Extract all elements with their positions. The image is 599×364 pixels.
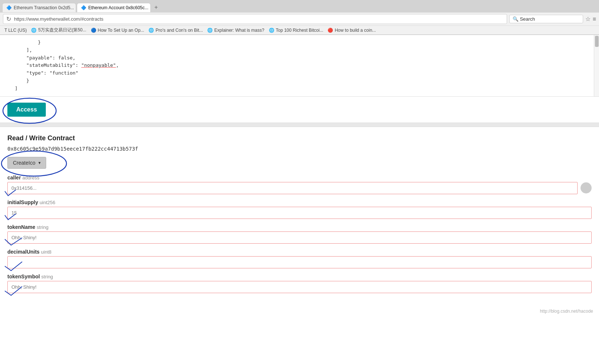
scrollbar-thumb: [595, 36, 599, 47]
tokenSymbol-input[interactable]: [7, 281, 592, 293]
browser-chrome: 🔷 Ethereum Transaction 0x2d5... ✕ 🔷 Ethe…: [0, 0, 599, 35]
contract-address: 0x8c605c9e59a7d9b15eece17fb222cc44713b57…: [7, 146, 592, 152]
copy-button-caller[interactable]: [581, 182, 592, 193]
code-line-2: ],: [15, 47, 592, 54]
code-line-4: "stateMutability": "nonpayable",: [15, 62, 592, 69]
address-bar-row: ↻ https://www.myetherwallet.com/#contrac…: [0, 13, 599, 25]
field-type-decimalUnits: uint8: [41, 249, 51, 255]
field-label-decimalUnits: decimalUnits uint8: [7, 249, 592, 255]
bookmark-icon-how-to-set-up: 🔵: [91, 28, 96, 33]
section-title: Read / Write Contract: [7, 134, 592, 142]
tab-ethereum-transaction[interactable]: 🔷 Ethereum Transaction 0x2d5... ✕: [2, 3, 76, 12]
bookmark-explainer[interactable]: 🌐 Explainer: What is mass?: [207, 28, 264, 33]
caller-input[interactable]: [7, 182, 578, 194]
bookmark-icon-explainer: 🌐: [207, 28, 213, 33]
new-tab-button[interactable]: +: [151, 2, 161, 13]
field-type-tokenSymbol: string: [41, 274, 53, 279]
refresh-button[interactable]: ↻: [6, 16, 11, 23]
code-line-1: }: [15, 39, 592, 47]
access-area: Access: [0, 97, 599, 123]
field-name-tokenSymbol: tokenSymbol: [7, 274, 40, 279]
tab-favicon-2: 🔷: [81, 5, 86, 10]
tab-bar: 🔷 Ethereum Transaction 0x2d5... ✕ 🔷 Ethe…: [0, 0, 599, 13]
field-name-tokenName: tokenName: [7, 224, 35, 230]
field-group-tokenSymbol: tokenSymbol string: [7, 274, 592, 293]
field-type-caller: address: [22, 175, 39, 181]
bookmark-label-t-llc: T LLC (US): [4, 28, 27, 33]
dropdown-arrow-icon: ▾: [38, 160, 41, 165]
tab-ethereum-account[interactable]: 🔷 Ethereum Account 0x8c605c... ✕: [77, 3, 151, 12]
page-content: } ], "payable": false, "stateMutability"…: [0, 35, 599, 330]
function-selector[interactable]: CreateIco ▾: [7, 157, 46, 169]
bookmark-label-explainer: Explainer: What is mass?: [214, 28, 264, 33]
bookmarks-bar: T LLC (US) 🌐 5万实盘交易日记(第50... 🔵 How To Se…: [0, 25, 599, 34]
bookmark-pros-cons[interactable]: 🌐 Pro's and Con's on Bit...: [148, 28, 203, 33]
field-group-decimalUnits: decimalUnits uint8: [7, 249, 592, 268]
field-group-initialSupply: initialSupply uint256: [7, 199, 592, 219]
search-bar[interactable]: 🔍 Search: [509, 15, 583, 23]
bookmark-label-5wan: 5万实盘交易日记(第50...: [38, 27, 86, 33]
field-label-tokenSymbol: tokenSymbol string: [7, 274, 592, 279]
tokenName-input[interactable]: [7, 231, 592, 244]
search-icon: 🔍: [513, 16, 518, 22]
bookmark-top-100[interactable]: 🌐 Top 100 Richest Bitcoi...: [269, 28, 324, 33]
bookmark-t-llc[interactable]: T LLC (US): [3, 28, 27, 33]
field-name-caller: caller: [7, 175, 21, 181]
field-label-initialSupply: initialSupply uint256: [7, 199, 592, 205]
bookmark-icon-how-to-build: 🔴: [328, 28, 333, 33]
function-selector-label: CreateIco: [13, 160, 35, 166]
field-type-initialSupply: uint256: [40, 200, 55, 205]
tab-close-2[interactable]: ✕: [150, 5, 151, 10]
field-type-tokenName: string: [37, 224, 48, 230]
browser-menu-button[interactable]: ≡: [593, 16, 596, 23]
field-name-initialSupply: initialSupply: [7, 199, 38, 205]
section-divider: [0, 123, 599, 127]
bookmark-how-to-build[interactable]: 🔴 How to build a coin...: [328, 28, 376, 33]
tab-favicon-1: 🔷: [6, 5, 12, 10]
field-label-tokenName: tokenName string: [7, 224, 592, 230]
search-placeholder: Search: [520, 16, 535, 22]
bookmark-label-pros-cons: Pro's and Con's on Bit...: [155, 28, 203, 33]
watermark-text: http://blog.csdn.net/hacode: [540, 309, 593, 314]
field-input-row-caller: [7, 182, 592, 194]
bookmark-5wan[interactable]: 🌐 5万实盘交易日记(第50...: [31, 27, 86, 33]
bookmark-icon-pros-cons: 🌐: [148, 28, 154, 33]
bookmark-label-how-to-build: How to build a coin...: [335, 28, 376, 33]
tab-title-2: Ethereum Account 0x8c605c...: [88, 5, 148, 10]
code-line-6: }: [15, 77, 592, 85]
field-name-decimalUnits: decimalUnits: [7, 249, 40, 255]
bookmark-icon-top-100: 🌐: [269, 28, 274, 33]
watermark: http://blog.csdn.net/hacode: [0, 306, 599, 317]
code-line-3: "payable": false,: [15, 54, 592, 62]
bookmark-label-top-100: Top 100 Richest Bitcoi...: [276, 28, 324, 33]
contract-section: Read / Write Contract 0x8c605c9e59a7d9b1…: [0, 127, 599, 306]
code-area: } ], "payable": false, "stateMutability"…: [0, 35, 599, 97]
access-button[interactable]: Access: [7, 103, 46, 117]
field-label-caller: caller address: [7, 175, 592, 181]
decimalUnits-input[interactable]: [7, 256, 592, 268]
field-group-tokenName: tokenName string: [7, 224, 592, 244]
address-text: https://www.myetherwallet.com/#contracts: [14, 16, 504, 22]
tab-title-1: Ethereum Transaction 0x2d5...: [14, 5, 74, 10]
address-bar[interactable]: ↻ https://www.myetherwallet.com/#contrac…: [3, 14, 507, 24]
scrollbar[interactable]: [594, 35, 599, 96]
initialSupply-input[interactable]: [7, 207, 592, 219]
tab-close-1[interactable]: ✕: [76, 5, 76, 10]
bookmark-how-to-set-up[interactable]: 🔵 How To Set Up an Op...: [91, 28, 144, 33]
bookmark-icon-5wan: 🌐: [31, 28, 37, 33]
code-line-5: "type": "function": [15, 69, 592, 77]
field-group-caller: caller address: [7, 175, 592, 194]
bookmark-star-button[interactable]: ☆: [585, 16, 591, 23]
code-line-7: ]: [15, 85, 592, 93]
bookmark-label-how-to-set-up: How To Set Up an Op...: [98, 28, 144, 33]
